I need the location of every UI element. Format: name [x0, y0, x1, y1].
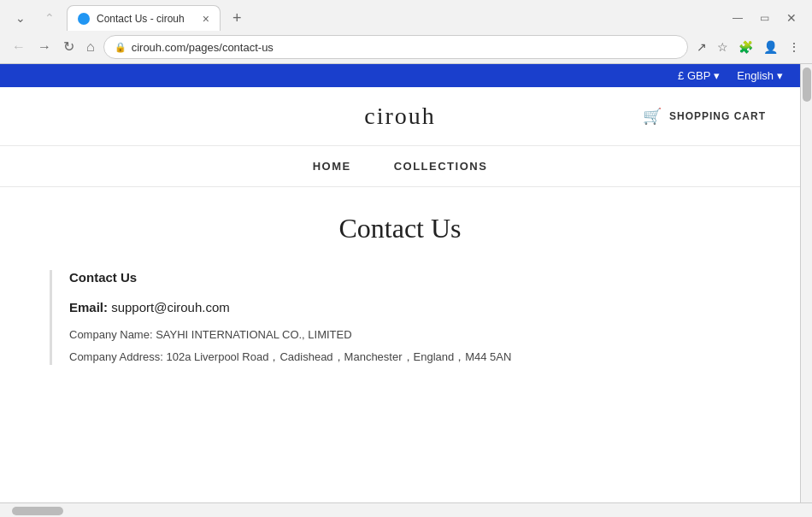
website-content: £ GBP ▾ English ▾ cirouh 🛒 SHOPPING CART… [0, 64, 800, 502]
profile-icon[interactable]: 👤 [760, 37, 781, 57]
window-controls: — ▭ ✕ [726, 8, 803, 28]
forward-button[interactable]: → [34, 38, 55, 56]
top-bar: £ GBP ▾ English ▾ [0, 64, 800, 87]
home-button[interactable]: ⌂ [83, 38, 98, 56]
company-name-value: SAYHI INTERNATIONAL CO., LIMITED [156, 328, 351, 341]
nav-collections[interactable]: COLLECTIONS [394, 160, 488, 173]
lock-icon: 🔒 [115, 42, 127, 53]
extensions-icon[interactable]: 🧩 [735, 37, 756, 57]
cart-icon: 🛒 [643, 107, 662, 126]
tab-title: Contact Us - cirouh [97, 13, 196, 25]
browser-tab[interactable]: Contact Us - cirouh × [67, 5, 221, 31]
tab-close-button[interactable]: × [203, 13, 209, 25]
contact-heading: Contact Us [69, 270, 750, 285]
company-address-line: Company Address: 102a Liverpool Road，Cad… [69, 350, 750, 365]
browser-chrome: ⌄ ⌃ Contact Us - cirouh × + — ▭ ✕ ← → ↻ … [0, 0, 812, 64]
close-button[interactable]: ✕ [780, 8, 803, 28]
company-name-label: Company Name: [69, 328, 156, 341]
shopping-cart-button[interactable]: 🛒 SHOPPING CART [643, 107, 766, 126]
back-button[interactable]: ← [9, 38, 29, 56]
language-arrow: ▾ [777, 69, 783, 82]
contact-email-line: Email: support@cirouh.com [69, 300, 750, 314]
site-navigation: HOME COLLECTIONS [0, 146, 800, 187]
address-bar-row: ← → ↻ ⌂ 🔒 cirouh.com/pages/contact-us ↗ … [0, 31, 812, 63]
company-name-line: Company Name: SAYHI INTERNATIONAL CO., L… [69, 328, 750, 341]
tab-list-button[interactable]: ⌄ [9, 8, 32, 28]
language-label: English [737, 69, 774, 82]
tab-list-button2[interactable]: ⌃ [38, 8, 62, 28]
reload-button[interactable]: ↻ [60, 38, 78, 56]
page-title: Contact Us [50, 213, 750, 244]
toolbar-icons: ↗ ☆ 🧩 👤 ⋮ [693, 37, 803, 57]
cart-label: SHOPPING CART [669, 110, 766, 122]
tab-favicon [78, 13, 90, 25]
page-content: Contact Us Contact Us Email: support@cir… [15, 187, 785, 399]
company-address-label: Company Address: [69, 350, 166, 363]
currency-arrow: ▾ [714, 69, 720, 82]
page-wrapper: £ GBP ▾ English ▾ cirouh 🛒 SHOPPING CART… [0, 64, 812, 502]
menu-icon[interactable]: ⋮ [785, 37, 803, 57]
right-scrollbar[interactable] [800, 64, 812, 502]
scrollbar-thumb [803, 68, 811, 102]
bottom-scrollbar[interactable] [0, 502, 812, 517]
address-text: cirouh.com/pages/contact-us [132, 41, 677, 54]
contact-section: Contact Us Email: support@cirouh.com Com… [50, 270, 750, 365]
maximize-button[interactable]: ▭ [753, 9, 776, 27]
new-tab-button[interactable]: + [226, 9, 249, 27]
horizontal-scrollbar-thumb [12, 507, 63, 515]
email-value[interactable]: support@cirouh.com [111, 300, 230, 314]
share-icon[interactable]: ↗ [693, 37, 710, 57]
nav-home[interactable]: HOME [313, 160, 351, 173]
address-bar[interactable]: 🔒 cirouh.com/pages/contact-us [103, 35, 688, 59]
site-logo: cirouh [364, 103, 436, 130]
title-bar: ⌄ ⌃ Contact Us - cirouh × + — ▭ ✕ [0, 0, 812, 31]
email-label: Email: [69, 300, 111, 314]
company-address-value: 102a Liverpool Road，Cadishead，Manchester… [166, 350, 511, 363]
currency-label: £ GBP [678, 69, 710, 82]
site-header: cirouh 🛒 SHOPPING CART [0, 87, 800, 146]
language-selector[interactable]: English ▾ [737, 69, 783, 82]
bookmark-icon[interactable]: ☆ [714, 37, 732, 57]
currency-selector[interactable]: £ GBP ▾ [678, 69, 720, 82]
minimize-button[interactable]: — [726, 9, 750, 27]
